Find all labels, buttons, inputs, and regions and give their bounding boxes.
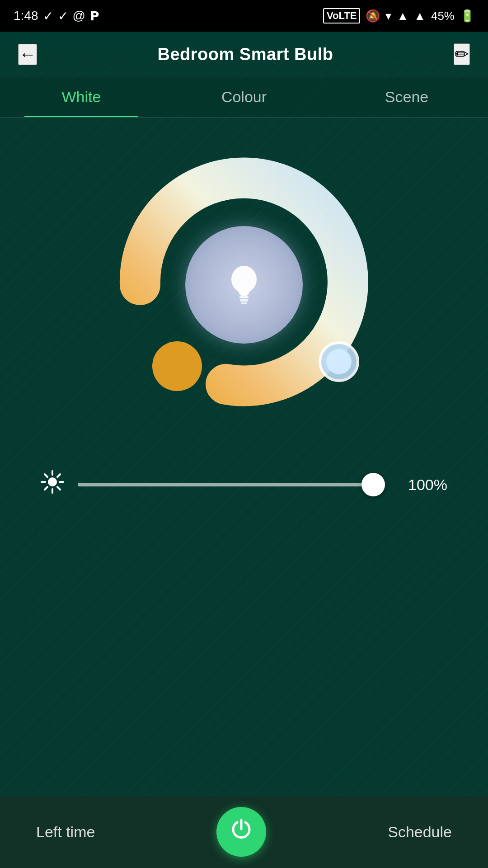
svg-point-7 [48,477,57,486]
power-button[interactable] [216,807,266,857]
battery-icon: 🔋 [460,9,474,23]
svg-line-14 [57,474,60,477]
bottom-bar: Left time Schedule [0,796,488,868]
svg-line-12 [45,474,47,477]
header: ← Bedroom Smart Bulb ✏ [0,32,488,77]
mute-icon: 🔕 [366,9,380,23]
back-button[interactable]: ← [18,44,37,65]
power-icon [230,818,253,846]
check-icon-2: ✓ [58,9,68,24]
slider-fill [78,483,384,486]
svg-rect-6 [241,302,247,304]
status-bar: 1:48 ✓ ✓ @ 𝗣 VoLTE 🔕 ▾ ▲ ▲ 45% 🔋 [0,0,488,32]
svg-point-3 [231,266,257,293]
battery-percent: 45% [431,9,455,23]
slider-thumb[interactable] [361,473,385,496]
edit-button[interactable]: ✏ [454,43,470,65]
temperature-dial[interactable] [104,145,384,425]
svg-point-2 [326,349,352,374]
brightness-icon [41,470,64,499]
left-time-button[interactable]: Left time [36,823,95,841]
schedule-button[interactable]: Schedule [388,823,452,841]
svg-line-13 [57,487,60,490]
brightness-value: 100% [398,476,447,494]
brightness-slider-section: 100% [41,470,447,499]
brightness-slider[interactable] [78,483,384,486]
main-content: 100% [0,118,488,499]
status-left: 1:48 ✓ ✓ @ 𝗣 [14,9,99,24]
status-right: VoLTE 🔕 ▾ ▲ ▲ 45% 🔋 [323,8,474,24]
tab-colour[interactable]: Colour [163,77,325,117]
p-icon: 𝗣 [90,9,99,24]
wifi-icon: ▾ [385,9,391,23]
volte-badge: VoLTE [323,8,360,24]
time: 1:48 [14,9,38,23]
tab-scene[interactable]: Scene [325,77,488,117]
check-icon-1: ✓ [43,9,53,24]
at-icon: @ [73,9,85,23]
bulb-center[interactable] [185,226,303,344]
svg-rect-5 [240,299,248,302]
bulb-icon [226,262,262,307]
tab-white[interactable]: White [0,77,163,117]
page-title: Bedroom Smart Bulb [157,45,333,64]
svg-line-15 [45,487,47,490]
svg-point-0 [152,341,202,391]
svg-rect-4 [239,296,249,298]
tab-bar: White Colour Scene [0,77,488,118]
signal-icon-1: ▲ [397,9,408,23]
signal-icon-2: ▲ [414,9,426,23]
